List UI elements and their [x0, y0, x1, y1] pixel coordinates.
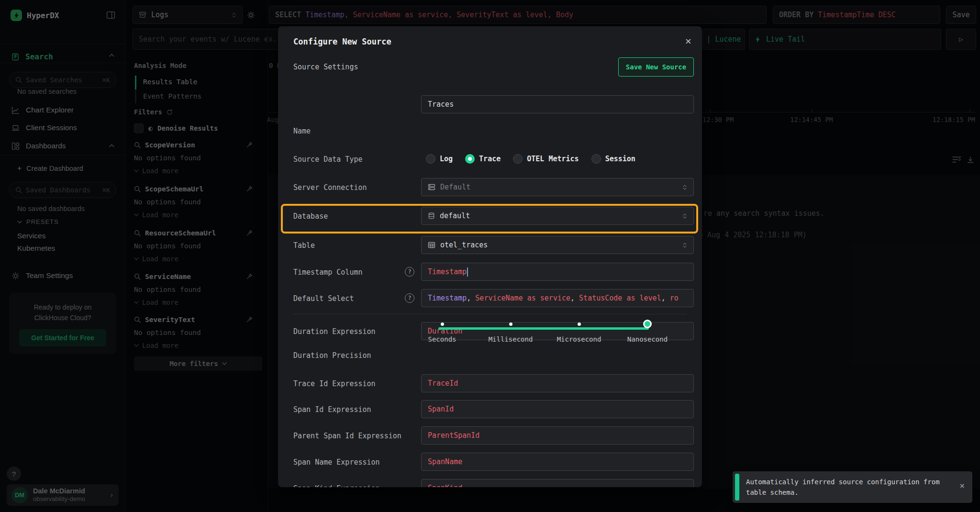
span-id-input[interactable]: SpanId [421, 400, 694, 418]
help-circle-icon: ? [405, 267, 414, 277]
select-arrows-icon [682, 242, 687, 248]
source-data-type-radios: LogTraceOTEL MetricsSession [426, 154, 635, 164]
name-input[interactable]: Traces [421, 95, 694, 113]
parent-span-id-value: ParentSpanId [428, 431, 479, 440]
slider-track[interactable] [438, 327, 649, 330]
slider-mark-label: Millisecond [489, 335, 533, 343]
radio-label: Session [605, 155, 635, 163]
slider-mark-label: Nanosecond [627, 335, 668, 343]
modal-title: Configure New Source [293, 37, 391, 46]
table-select[interactable]: otel_traces [421, 236, 694, 254]
parent-span-id-label: Parent Span Id Expression [293, 432, 401, 440]
span-id-value: SpanId [428, 405, 454, 413]
span-kind-label: Span Kind Expression [293, 484, 380, 487]
default-select-label: Default Select [293, 294, 354, 303]
slider-mark-label: Microsecond [557, 335, 601, 343]
span-kind-input[interactable]: SpanKind [421, 479, 694, 487]
timestamp-column-label: Timestamp Column [293, 268, 363, 277]
radio-label: Log [440, 155, 453, 163]
table-label: Table [293, 241, 315, 250]
radio-circle-icon[interactable] [513, 154, 523, 164]
slider-mark-dot[interactable] [578, 323, 581, 326]
name-label: Name [293, 127, 311, 135]
trace-id-value: TraceId [428, 379, 458, 388]
radio-circle-icon[interactable] [426, 154, 435, 164]
name-value: Traces [428, 100, 454, 109]
default-select-input[interactable]: Timestamp, ServiceName as service, Statu… [421, 289, 694, 307]
duration-expression-label: Duration Expression [293, 327, 376, 336]
span-name-value: SpanName [428, 457, 462, 466]
close-icon[interactable]: × [959, 471, 972, 503]
section-title: Source Settings [293, 63, 358, 71]
slider-mark-dot[interactable] [509, 323, 512, 326]
trace-id-label: Trace Id Expression [293, 379, 376, 388]
toast-accent-bar [735, 474, 739, 501]
radio-label: OTEL Metrics [527, 155, 579, 163]
radio-label: Trace [479, 155, 501, 163]
source-data-type-label: Source Data Type [293, 155, 363, 164]
server-connection-value: Default [440, 183, 470, 191]
server-connection-select[interactable]: Default [421, 178, 694, 196]
table-row-highlight [281, 204, 698, 234]
radio-log[interactable]: Log [426, 154, 453, 164]
timestamp-column-input[interactable]: Timestamp [421, 263, 694, 281]
radio-trace[interactable]: Trace [465, 154, 501, 164]
trace-id-input[interactable]: TraceId [421, 374, 694, 392]
slider-mark-label: Seconds [428, 335, 456, 343]
select-arrows-icon [682, 184, 687, 190]
timestamp-column-value: Timestamp [428, 267, 467, 276]
duration-precision-label: Duration Precision [293, 351, 371, 360]
configure-source-modal: Configure New Source × Source Settings S… [278, 26, 702, 487]
radio-session[interactable]: Session [591, 154, 635, 164]
radio-otel-metrics[interactable]: OTEL Metrics [513, 154, 579, 164]
text-cursor [467, 267, 468, 277]
span-kind-value: SpanKind [428, 484, 462, 487]
span-id-label: Span Id Expression [293, 405, 371, 414]
server-connection-label: Server Connection [293, 183, 367, 192]
slider-mark-dot[interactable] [441, 323, 444, 326]
radio-circle-icon[interactable] [591, 154, 601, 164]
table-icon [428, 241, 435, 249]
default-select-value: Timestamp, ServiceName as service, Statu… [428, 294, 679, 302]
save-new-source-button[interactable]: Save New Source [618, 57, 694, 77]
parent-span-id-input[interactable]: ParentSpanId [421, 426, 694, 445]
table-value: otel_traces [440, 241, 488, 249]
divider [293, 314, 687, 314]
close-icon[interactable]: × [685, 36, 691, 46]
slider-thumb[interactable] [643, 320, 652, 328]
toast-message: Automatically inferred source configurat… [739, 471, 954, 503]
toast-notification: Automatically inferred source configurat… [733, 471, 972, 503]
radio-circle-icon[interactable] [465, 154, 475, 164]
span-name-label: Span Name Expression [293, 458, 380, 467]
span-name-input[interactable]: SpanName [421, 453, 694, 471]
duration-precision-slider[interactable]: SecondsMillisecondMicrosecondNanosecond [421, 323, 694, 345]
app-screen: HyperDX Search Saved Searches ⌘K No save… [0, 0, 980, 512]
server-icon [428, 183, 435, 191]
help-circle-icon: ? [405, 293, 414, 303]
